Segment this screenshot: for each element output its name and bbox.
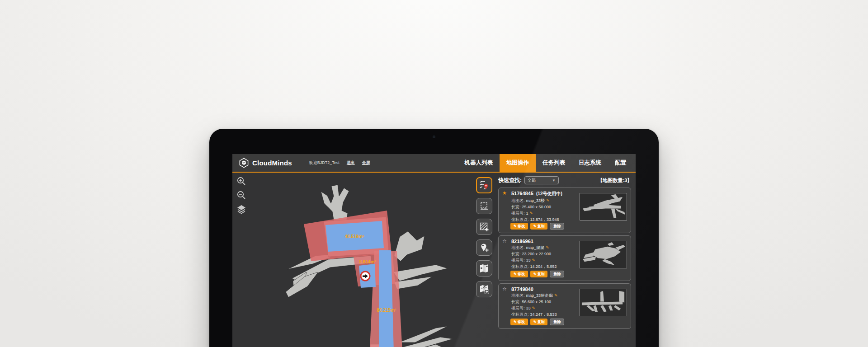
brand: CloudMinds	[232, 154, 297, 172]
app-header: CloudMinds 欢迎BJDT2_Test 退出 全屏 机器人列表 地图操作…	[232, 154, 636, 172]
session-area: 欢迎BJDT2_Test 退出 全屏	[309, 154, 370, 172]
nav-tab-task-list[interactable]: 任务列表	[536, 154, 572, 172]
map-list-panel: 快速查找: 全部 ▼ 【地图数量:3】 ★ 51764845 (12号使用中) …	[498, 173, 633, 347]
toolbar-measure-area-button[interactable]	[476, 198, 492, 214]
toolbar-map-upload-button[interactable]	[476, 281, 492, 297]
field-value: 56.600 x 25.100	[522, 300, 552, 304]
delete-button[interactable]: 删除	[550, 271, 564, 277]
field-value: 33	[526, 306, 531, 310]
zoom-in-icon[interactable]	[236, 176, 246, 186]
edit-icon[interactable]: ✎	[532, 306, 536, 310]
nav-tab-map-operation[interactable]: 地图操作	[500, 154, 536, 172]
toolbar-add-poi-button[interactable]	[476, 239, 492, 256]
fullscreen-link[interactable]: 全屏	[362, 160, 370, 166]
area-label: 40.519m²	[345, 234, 364, 239]
area-label: 80.215m²	[377, 308, 396, 313]
map-zoom-tools	[236, 176, 246, 214]
layers-icon[interactable]	[236, 204, 246, 214]
favorite-star-icon[interactable]: ★	[502, 190, 507, 196]
toolbar-map-delete-button[interactable]	[476, 260, 492, 277]
field-value: map_33层走廊	[526, 293, 553, 298]
area-label: 8.614m²	[359, 259, 376, 264]
map-filter-select[interactable]: 全部 ▼	[524, 176, 559, 184]
edit-icon: ✎	[514, 272, 517, 276]
edit-icon: ✎	[514, 320, 517, 324]
map-card[interactable]: ☆ 87749840 地图名:map_33层走廊✎ 长宽:56.600 x 25…	[498, 283, 631, 329]
nav-tab-config[interactable]: 配置	[608, 154, 633, 172]
field-label: 长宽:	[511, 300, 521, 304]
toolbar-poi-task-list-button[interactable]	[476, 177, 492, 193]
field-value: 1	[526, 211, 528, 216]
edit-icon[interactable]: ✎	[554, 293, 558, 298]
toolbar-add-virtual-wall-button[interactable]	[476, 219, 492, 235]
field-label: 坐标原点:	[511, 312, 529, 317]
map-id: 87749840	[511, 286, 533, 292]
measure-area-icon	[479, 201, 489, 211]
add-poi-icon	[479, 243, 489, 253]
field-label: 坐标原点:	[511, 264, 529, 269]
delete-button[interactable]: 删除	[550, 319, 564, 325]
map-card[interactable]: ★ 51764845 (12号使用中) 地图名:map_33楼✎ 长宽:25.4…	[498, 188, 631, 233]
field-value: 12.874，33.946	[530, 217, 559, 222]
main-nav: 机器人列表 地图操作 任务列表 日志系统 配置	[458, 154, 633, 172]
app-screen: CloudMinds 欢迎BJDT2_Test 退出 全屏 机器人列表 地图操作…	[232, 154, 636, 347]
edit-icon: ✎	[533, 272, 537, 276]
map-card[interactable]: ☆ 82186961 地图名:map_腿腿✎ 长宽:23.200 x 22.90…	[498, 235, 631, 281]
map-filter-value: 全部	[528, 178, 552, 183]
welcome-text: 欢迎BJDT2_Test	[309, 160, 340, 166]
modify-button[interactable]: ✎修改	[510, 319, 528, 325]
copy-button[interactable]: ✎复制	[530, 223, 548, 230]
map-id: 51764845	[511, 191, 533, 196]
webcam-dot	[433, 136, 435, 138]
logout-link[interactable]: 退出	[347, 160, 355, 166]
field-value: map_腿腿	[526, 245, 545, 250]
map-thumbnail	[580, 241, 627, 268]
edit-icon: ✎	[533, 320, 537, 324]
map-count: 【地图数量:3】	[598, 177, 632, 184]
nav-tab-robot-list[interactable]: 机器人列表	[458, 154, 500, 172]
quick-find-label: 快速查找:	[498, 177, 522, 184]
laptop-mockup: CloudMinds 欢迎BJDT2_Test 退出 全屏 机器人列表 地图操作…	[209, 129, 659, 347]
map-toolbar	[476, 177, 492, 297]
no-entry-marker-icon[interactable]	[361, 272, 370, 281]
field-label: 楼层号:	[511, 211, 525, 216]
field-label: 坐标原点:	[511, 217, 529, 222]
modify-button[interactable]: ✎修改	[510, 271, 528, 277]
nav-tab-log-system[interactable]: 日志系统	[572, 154, 608, 172]
edit-icon: ✎	[533, 224, 537, 228]
add-virtual-wall-icon	[479, 222, 489, 232]
map-id: 82186961	[511, 239, 533, 244]
field-value: 33	[526, 258, 531, 263]
edit-icon: ✎	[514, 224, 517, 228]
field-label: 地图名:	[511, 198, 525, 203]
modify-button[interactable]: ✎修改	[510, 223, 528, 230]
delete-button[interactable]: 删除	[550, 223, 564, 230]
poi-task-list-icon	[479, 180, 489, 190]
edit-icon[interactable]: ✎	[530, 211, 533, 216]
field-label: 楼层号:	[511, 306, 525, 310]
favorite-star-icon[interactable]: ☆	[502, 238, 507, 244]
chevron-down-icon: ▼	[552, 178, 556, 183]
field-label: 长宽:	[511, 252, 521, 256]
map-in-use-badge: (12号使用中)	[536, 191, 562, 196]
field-value: 23.200 x 22.900	[522, 252, 552, 256]
field-value: 34.247，8.533	[530, 312, 557, 317]
cloudminds-logo-icon	[239, 158, 249, 168]
zoom-out-icon[interactable]	[236, 190, 246, 200]
map-workspace: 40.519m² 8.614m² 80.215m²	[232, 173, 636, 347]
field-label: 长宽:	[511, 205, 521, 209]
field-value: 14.204，5.952	[530, 264, 557, 269]
field-label: 楼层号:	[511, 258, 525, 263]
quick-find-row: 快速查找: 全部 ▼ 【地图数量:3】	[498, 176, 632, 184]
edit-icon[interactable]: ✎	[546, 245, 549, 250]
map-thumbnail	[580, 289, 627, 316]
edit-icon[interactable]: ✎	[546, 198, 550, 203]
map-upload-icon	[479, 284, 489, 294]
favorite-star-icon[interactable]: ☆	[502, 286, 507, 292]
brand-name: CloudMinds	[252, 159, 292, 167]
copy-button[interactable]: ✎复制	[530, 319, 548, 325]
occupancy-map-canvas[interactable]: 40.519m² 8.614m² 80.215m²	[286, 183, 498, 347]
edit-icon[interactable]: ✎	[532, 258, 536, 263]
field-value: map_33楼	[526, 198, 545, 203]
copy-button[interactable]: ✎复制	[530, 271, 548, 277]
